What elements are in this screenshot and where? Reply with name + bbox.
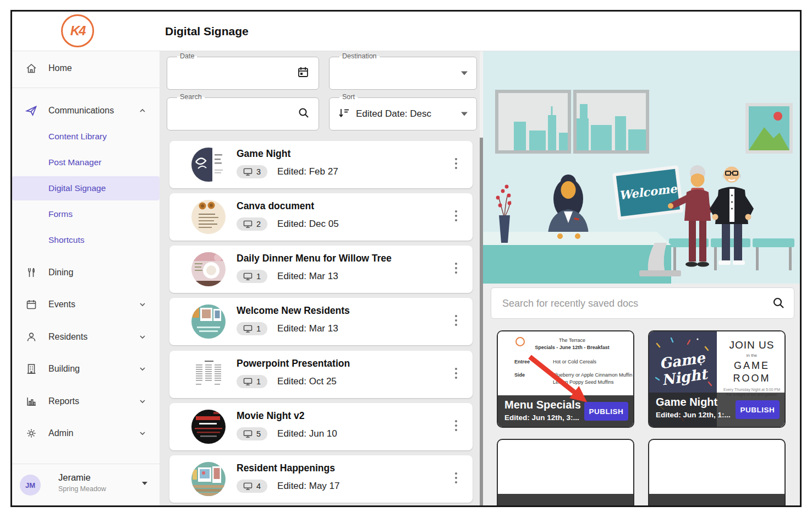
search-filter-field[interactable]: Search xyxy=(167,97,319,130)
screen-count: 1 xyxy=(256,324,261,333)
home-icon xyxy=(25,62,37,74)
reception-illustration: Welcome xyxy=(483,51,800,284)
sidebar-item-building[interactable]: Building xyxy=(12,356,160,382)
display-icon xyxy=(243,482,253,491)
document-list-panel: Date Destination Search xyxy=(160,51,480,505)
sidebar-item-digital-signage[interactable]: Digital Signage xyxy=(12,176,160,200)
k4-logo-text: K4 xyxy=(70,23,85,39)
sidebar-item-home[interactable]: Home xyxy=(12,56,160,81)
side-value-1: Blueberry or Apple Cinnamon Muffin xyxy=(553,372,632,378)
publish-button[interactable]: PUBLISH xyxy=(584,402,628,421)
doc-title: Movie Night v2 xyxy=(237,410,305,422)
sidebar-item-label: Home xyxy=(48,63,72,73)
preview-panel: Welcome xyxy=(483,51,800,505)
row-menu-button[interactable] xyxy=(453,156,459,171)
doc-title: Welcome New Residents xyxy=(237,305,350,317)
doc-title: Canva document xyxy=(237,200,314,212)
bar-chart-icon xyxy=(25,395,37,407)
sidebar-item-content-library[interactable]: Content Library xyxy=(12,124,160,149)
sidebar-item-label: Reports xyxy=(48,396,79,406)
row-menu-button[interactable] xyxy=(453,313,459,328)
document-row[interactable]: Daily Dinner Menu for Willow Tree 1 Edit… xyxy=(169,246,473,293)
screen-count: 1 xyxy=(256,272,261,281)
row-menu-button[interactable] xyxy=(453,366,459,381)
display-icon xyxy=(243,220,253,228)
signage-card-stub[interactable] xyxy=(497,439,634,507)
screenshot-canvas: K4 Digital Signage Home Communications xyxy=(0,0,812,517)
user-location: Spring Meadow xyxy=(58,485,106,493)
row-menu-button[interactable] xyxy=(453,470,459,486)
date-filter-field[interactable]: Date xyxy=(167,57,319,90)
signage-card-stub[interactable] xyxy=(648,439,786,507)
recent-docs-search[interactable] xyxy=(491,287,794,319)
signage-card-game-night[interactable]: Game Night JOIN US in the GAME ROOM Ever… xyxy=(648,330,786,428)
document-row[interactable]: Game Night 3 Edited: Feb 27 xyxy=(169,141,473,188)
screen-count-badge: 5 xyxy=(237,427,267,440)
sidebar-item-shortcuts[interactable]: Shortcuts xyxy=(12,228,160,252)
sort-icon xyxy=(337,106,350,122)
document-row[interactable]: Movie Night v2 5 Edited: Jun 10 xyxy=(169,403,473,450)
calendar-icon[interactable] xyxy=(297,66,310,81)
card-title: Game Night xyxy=(656,396,717,409)
menu-specials-preview: The Terrace Specials - June 12th - Break… xyxy=(498,331,633,398)
search-icon[interactable] xyxy=(772,296,785,312)
sidebar-item-residents[interactable]: Residents xyxy=(12,324,160,350)
sidebar-item-events[interactable]: Events xyxy=(12,292,160,317)
search-filter-label: Search xyxy=(177,93,205,101)
page-title: Digital Signage xyxy=(165,12,249,51)
sidebar-item-label: Building xyxy=(48,364,80,374)
destination-filter-field[interactable]: Destination xyxy=(329,57,477,90)
search-icon[interactable] xyxy=(298,107,310,121)
card-edited: Edited: Jun 12th, 1:... xyxy=(656,411,731,419)
caret-down-icon xyxy=(461,112,468,116)
screen-count: 5 xyxy=(256,429,261,438)
sidebar-item-post-manager[interactable]: Post Manager xyxy=(12,150,160,175)
gear-icon xyxy=(25,427,37,439)
sidebar-item-admin[interactable]: Admin xyxy=(12,421,160,446)
sub-item-label: Shortcuts xyxy=(48,235,84,245)
search-filter-input[interactable] xyxy=(175,102,283,126)
calendar-icon xyxy=(25,298,37,311)
row-menu-button[interactable] xyxy=(453,260,459,276)
doc-title: Resident Happenings xyxy=(237,462,335,474)
chevron-down-icon xyxy=(139,365,146,373)
screen-count: 1 xyxy=(256,377,261,386)
screen-count: 3 xyxy=(256,167,261,176)
signage-card-menu-specials[interactable]: The Terrace Specials - June 12th - Break… xyxy=(497,330,634,428)
screen-count-badge: 3 xyxy=(237,165,267,178)
doc-thumbnail xyxy=(191,410,226,444)
sidebar-item-forms[interactable]: Forms xyxy=(12,202,160,226)
dining-icon xyxy=(25,266,37,279)
card-footer xyxy=(498,494,633,507)
card-footer: Game Night Edited: Jun 12th, 1:... PUBLI… xyxy=(649,393,784,427)
doc-title: Powerpoint Presentation xyxy=(237,358,350,369)
publish-button[interactable]: PUBLISH xyxy=(736,400,780,419)
room-text: ROOM xyxy=(717,373,786,384)
date-filter-input[interactable] xyxy=(175,62,283,85)
document-row[interactable]: Resident Happenings 4 Edited: May 17 xyxy=(169,455,473,503)
sort-filter-field[interactable]: Sort Edited Date: Desc xyxy=(329,97,477,130)
user-menu[interactable]: JM Jeramie Spring Meadow xyxy=(12,465,160,505)
sidebar-item-communications[interactable]: Communications xyxy=(12,98,160,123)
row-menu-button[interactable] xyxy=(453,208,459,224)
edited-date: Edited: Mar 13 xyxy=(277,323,338,334)
user-name: Jeramie xyxy=(58,472,91,483)
document-row[interactable]: Powerpoint Presentation 1 Edited: Oct 25 xyxy=(169,351,473,398)
app-header: K4 Digital Signage xyxy=(12,12,800,51)
screen-count-badge: 2 xyxy=(237,217,267,231)
sidebar-item-label: Dining xyxy=(48,268,73,277)
row-menu-button[interactable] xyxy=(453,418,459,433)
caret-down-icon xyxy=(142,482,147,485)
document-row[interactable]: Welcome New Residents 1 Edited: Mar 13 xyxy=(169,298,473,345)
sidebar-item-dining[interactable]: Dining xyxy=(12,260,160,285)
in-the-text: in the xyxy=(717,353,786,358)
sidebar-item-reports[interactable]: Reports xyxy=(12,389,160,414)
chevron-up-icon xyxy=(139,107,146,115)
recent-docs-search-input[interactable] xyxy=(501,293,762,313)
game-text: GAME xyxy=(717,360,786,372)
screen-count-badge: 1 xyxy=(237,375,267,388)
chevron-down-icon xyxy=(139,301,146,308)
display-icon xyxy=(243,430,253,438)
document-row[interactable]: Canva document 2 Edited: Dec 05 xyxy=(169,193,473,241)
sidebar-item-label: Communications xyxy=(48,106,114,116)
